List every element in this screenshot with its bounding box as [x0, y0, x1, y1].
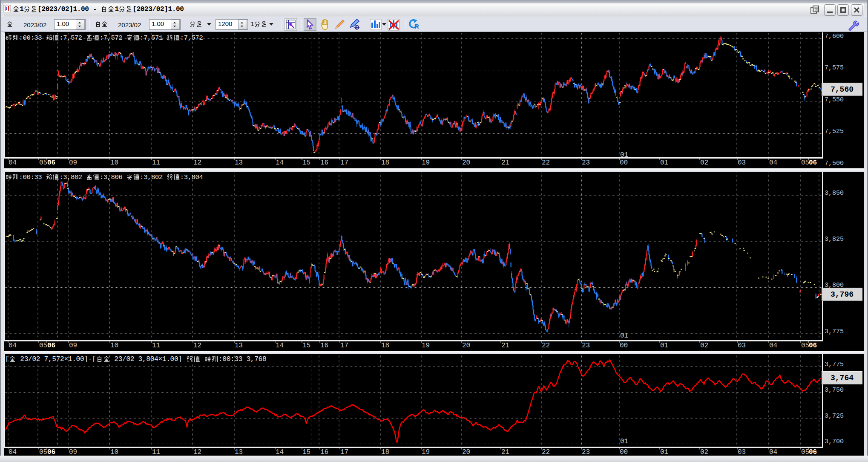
svg-text:01: 01	[620, 438, 628, 445]
svg-text::00:33 3,768: :00:33 3,768	[218, 355, 267, 363]
svg-text::3,806: :3,806	[100, 173, 126, 181]
svg-text::3,802: :3,802	[140, 173, 167, 181]
svg-text::3,802: :3,802	[59, 173, 86, 181]
svg-text::3,804: :3,804	[180, 173, 203, 181]
svg-text:23/02 7,572×1.00]-[: 23/02 7,572×1.00]-[	[16, 355, 96, 363]
svg-text::00:33: :00:33	[19, 34, 46, 42]
svg-text:01: 01	[620, 151, 628, 159]
svg-text::00:33: :00:33	[19, 173, 46, 181]
svg-text:23/02 3,804×1.00]: 23/02 3,804×1.00]	[110, 355, 187, 363]
svg-text::7,572: :7,572	[180, 34, 203, 42]
svg-text:[: [	[5, 355, 9, 363]
svg-text::7,571: :7,571	[140, 34, 167, 42]
svg-text::7,572: :7,572	[100, 34, 126, 42]
svg-text:01: 01	[620, 332, 628, 340]
svg-text::7,572: :7,572	[59, 34, 86, 42]
